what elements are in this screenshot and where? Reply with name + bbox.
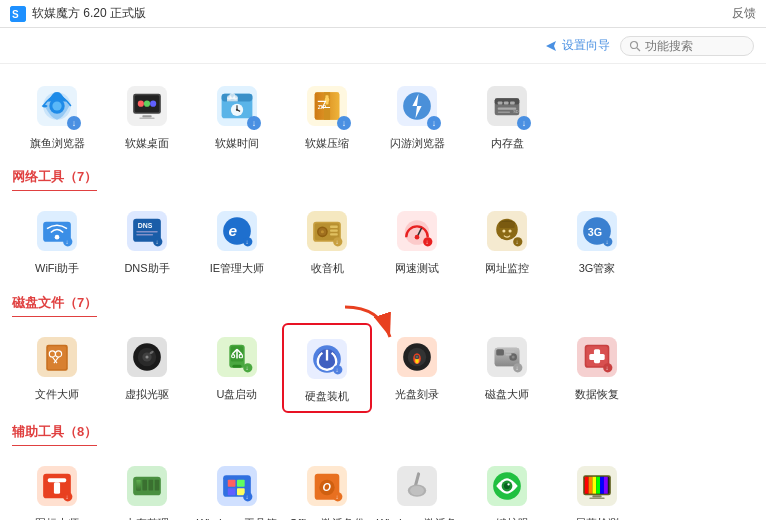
app-item-uboot[interactable]: ↓ U盘启动 [192,323,282,413]
app-item-oneeye[interactable]: 一键护眼 [462,452,552,520]
app-name-hddinstall: 硬盘装机 [305,389,349,403]
app-item-speedtest[interactable]: ↓ 网速测试 [372,197,462,283]
category-label-disk: 磁盘文件（7） [12,288,97,317]
app-item-ramdisk[interactable]: SD 内存盘 [462,72,552,158]
app-name-time: 软媒时间 [215,136,259,150]
svg-text:SD: SD [513,110,519,114]
search-box[interactable] [620,36,754,56]
app-item-screendetect[interactable]: 屏幕检测 [552,452,642,520]
app-icon-uboot: ↓ [211,331,263,383]
svg-rect-45 [498,111,510,113]
app-item-officebackup[interactable]: O ↓ Office 激活备份 [282,452,372,520]
settings-guide-label: 设置向导 [562,37,610,54]
app-item-vdrive[interactable]: 虚拟光驱 [102,323,192,413]
svg-rect-42 [504,101,509,104]
svg-rect-57 [136,234,153,236]
svg-point-132 [416,355,418,357]
main-content: 旗鱼浏览器 软媒桌面 [0,64,766,520]
app-icon-vdrive [121,331,173,383]
app-item-browser[interactable]: 旗鱼浏览器 [12,72,102,158]
settings-guide-button[interactable]: 设置向导 [544,37,610,54]
app-item-compress[interactable]: ZIP 软媒压缩 [282,72,372,158]
app-name-cdburn: 光盘刻录 [395,387,439,401]
app-name-officebackup: Office 激活备份 [289,516,365,520]
svg-rect-196 [589,497,604,499]
app-item-wifi[interactable]: ↓ ↓ WiFi助手 [12,197,102,283]
download-badge-time [247,116,261,130]
app-icon-ie: e ↓ [211,205,263,257]
app-item-dns[interactable]: DNS ↓ DNS助手 [102,197,192,283]
app-item-time[interactable]: 软媒时间 [192,72,282,158]
app-item-iconmaster[interactable]: ↓ 图标大师 [12,452,102,520]
app-item-diskmaster[interactable]: ↓ 磁盘大师 [462,323,552,413]
app-item-filemaster[interactable]: 文件大师 [12,323,102,413]
app-name-monitor: 网址监控 [485,261,529,275]
app-name-screendetect: 屏幕检测 [575,516,619,520]
feedback-button[interactable]: 反馈 [732,5,756,22]
search-input[interactable] [645,39,745,53]
svg-text:↓: ↓ [335,493,338,500]
svg-rect-189 [585,477,589,494]
svg-point-13 [144,101,150,107]
content-area: 旗鱼浏览器 软媒桌面 [0,64,766,520]
svg-rect-160 [142,480,147,491]
app-icon-3g: 3G ↓ [571,205,623,257]
svg-rect-166 [237,480,245,487]
app-name-uboot: U盘启动 [217,387,258,401]
svg-text:O: O [322,481,331,493]
svg-rect-195 [592,495,601,497]
app-item-monitor[interactable]: ↓ 网址监控 [462,197,552,283]
app-icon-monitor: ↓ [481,205,533,257]
category-label-assist: 辅助工具（8） [12,417,97,446]
category-assist: 辅助工具（8） ↓ 图标 [12,417,754,520]
settings-guide-icon [544,39,558,53]
app-name-speedtest: 网速测试 [395,261,439,275]
app-name-dns: DNS助手 [124,261,169,275]
app-name-ramdisk: 内存盘 [491,136,524,150]
svg-rect-97 [48,346,66,369]
app-name-ie: IE管理大师 [210,261,264,275]
app-icon-winactivate [391,460,443,512]
app-item-winactivate[interactable]: Windows 激活备份 [372,452,462,520]
svg-rect-193 [600,477,604,494]
app-item-flash[interactable]: 闪游浏览器 [372,72,462,158]
svg-rect-153 [54,482,60,494]
app-item-3g[interactable]: 3G ↓ 3G管家 [552,197,642,283]
svg-rect-43 [510,101,515,104]
app-icon-filemaster [31,331,83,383]
app-icon-flash [391,80,443,132]
app-name-oneeye: 一键护眼 [485,516,529,520]
app-icon-screendetect [571,460,623,512]
app-item-wintoolbox[interactable]: ↓ Windows 工具箱 [192,452,282,520]
app-item-desktop[interactable]: 软媒桌面 [102,72,192,158]
svg-text:e: e [229,222,238,239]
app-item-cdburn[interactable]: 光盘刻录 [372,323,462,413]
svg-rect-192 [596,477,600,494]
svg-point-14 [150,101,156,107]
svg-rect-136 [496,349,504,355]
svg-text:↓: ↓ [425,238,428,245]
app-name-flash: 闪游浏览器 [390,136,445,150]
app-title: 软媒魔方 6.20 正式版 [32,5,146,22]
app-icon-iconmaster: ↓ [31,460,83,512]
svg-rect-191 [592,477,596,494]
app-name-diskmaster: 磁盘大师 [485,387,529,401]
svg-rect-85 [499,222,514,228]
svg-text:↓: ↓ [605,238,608,245]
app-icon-officebackup: O ↓ [301,460,353,512]
app-name-radio: 收音机 [311,261,344,275]
app-item-ie[interactable]: e ↓ IE管理大师 [192,197,282,283]
app-item-recovery[interactable]: ↓ 数据恢复 [552,323,642,413]
app-icon-desktop [121,80,173,132]
app-item-hddinstall[interactable]: ↓ 硬盘装机 [282,323,372,413]
svg-text:↓: ↓ [65,493,68,500]
app-item-radio[interactable]: ↓ 收音机 [282,197,372,283]
app-item-memclean[interactable]: 内存整理 [102,452,192,520]
titlebar: S 软媒魔方 6.20 正式版 反馈 [0,0,766,28]
app-icon-ramdisk: SD [481,80,533,132]
app-name-wifi: WiFi助手 [35,261,79,275]
app-icon-recovery: ↓ [571,331,623,383]
svg-text:↓: ↓ [245,493,248,500]
svg-rect-41 [498,101,503,104]
svg-rect-159 [136,480,141,491]
